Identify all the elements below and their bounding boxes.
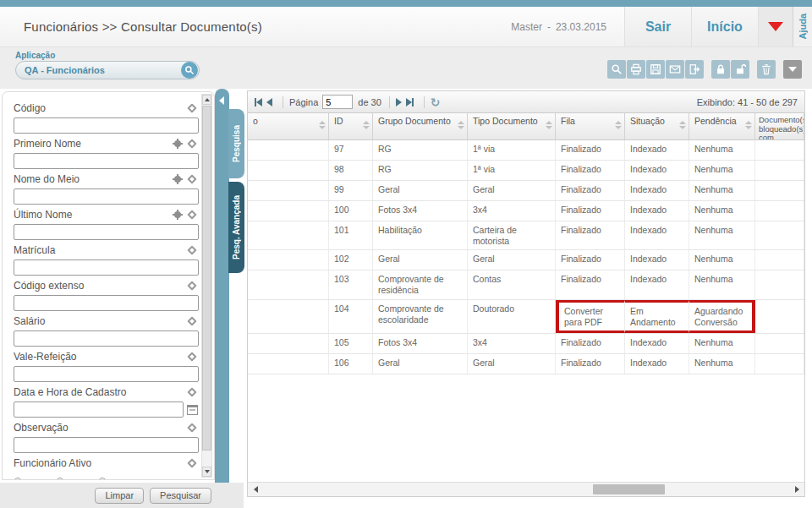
toolbar-mail-button[interactable] (666, 60, 684, 79)
eraser-icon[interactable] (187, 387, 196, 396)
eraser-icon[interactable] (187, 210, 196, 219)
column-header[interactable]: Tipo Documento (468, 113, 556, 139)
radio-icon[interactable] (56, 478, 64, 479)
tab-pesquisa[interactable]: Pesquisa (228, 109, 244, 178)
gear-icon[interactable] (173, 210, 183, 220)
field-input[interactable] (14, 330, 199, 347)
table-cell (755, 161, 804, 180)
column-header[interactable]: Pendência (689, 113, 755, 139)
scroll-down-button[interactable] (202, 467, 211, 477)
field-input[interactable] (14, 259, 199, 276)
refresh-icon[interactable]: ↻ (431, 96, 441, 109)
user-date: Master-23.03.2015 (508, 21, 609, 33)
toolbar-search-button[interactable] (607, 60, 626, 79)
toolbar-more-button[interactable] (783, 60, 802, 79)
table-row[interactable]: 105Fotos 3x43x4FinalizadoIndexadoNenhuma (248, 334, 804, 354)
table-row[interactable]: 98RG1ª viaFinalizadoIndexadoNenhuma (248, 161, 804, 181)
table-row[interactable]: 106GeralGeralFinalizadoIndexadoNenhuma (248, 354, 804, 374)
application-bar: Aplicação QA - Funcionários (0, 47, 812, 89)
radio-icon[interactable] (14, 478, 22, 479)
column-header[interactable]: Grupo Documento (373, 113, 468, 139)
main-area: CódigoPrimeiro NomeNome do MeioÚltimo No… (0, 89, 812, 508)
scroll-left-button[interactable] (250, 483, 261, 495)
eraser-icon[interactable] (187, 245, 196, 254)
toolbar-unlock-button[interactable] (731, 60, 749, 79)
hscrollbar-thumb[interactable] (593, 484, 665, 494)
column-header[interactable]: Documento(s) bloqueado(s) com (755, 113, 804, 139)
eraser-icon[interactable] (187, 316, 196, 325)
tab-avancada-label: Pesq. Avançada (232, 195, 241, 259)
table-row[interactable]: 104Comprovante de escolaridadeDoutoradoC… (248, 300, 804, 334)
page-title: Funcionários >> Consultar Documento(s) (0, 19, 262, 34)
table-cell: 99 (329, 181, 373, 200)
table-cell (755, 201, 804, 221)
table-cell: Indexado (625, 221, 689, 249)
eraser-icon[interactable] (187, 139, 196, 148)
clear-button[interactable]: Limpar (95, 488, 144, 504)
field-input[interactable] (14, 366, 199, 382)
eraser-icon[interactable] (187, 281, 196, 290)
horizontal-scrollbar[interactable] (248, 482, 804, 496)
page-count-label: de 30 (358, 97, 381, 107)
prev-page-button[interactable] (266, 98, 272, 107)
field-input[interactable] (14, 117, 199, 134)
last-page-button[interactable] (406, 98, 414, 107)
column-header[interactable]: o (248, 113, 329, 139)
page-number-input[interactable] (322, 95, 353, 109)
search-button[interactable]: Pesquisar (150, 488, 211, 504)
field-input[interactable] (14, 401, 184, 418)
radio-icon[interactable] (98, 478, 107, 479)
table-row[interactable]: 99GeralGeralFinalizadoIndexadoNenhuma (248, 181, 804, 201)
column-label: o (253, 116, 258, 126)
home-button[interactable]: Início (691, 7, 758, 46)
help-tab[interactable]: Ajuda (793, 7, 812, 46)
column-label: Documento(s) bloqueado(s) com (759, 115, 804, 139)
scroll-right-button[interactable] (791, 483, 803, 495)
table-row[interactable]: 97RG1ª viaFinalizadoIndexadoNenhuma (248, 140, 804, 161)
table-cell (755, 354, 804, 374)
application-search-button[interactable] (181, 62, 198, 79)
next-page-button[interactable] (396, 98, 402, 107)
triangle-up-icon (205, 98, 210, 101)
field-input[interactable] (14, 188, 199, 205)
gear-icon[interactable] (173, 174, 183, 184)
logout-button[interactable]: Sair (624, 7, 691, 46)
first-page-button[interactable] (255, 98, 262, 107)
toolbar-export-button[interactable] (685, 60, 704, 79)
collapse-panel-icon[interactable] (219, 96, 224, 105)
eraser-icon[interactable] (187, 103, 196, 112)
field-input[interactable] (14, 437, 199, 453)
table-cell: Em Andamento (625, 300, 689, 333)
table-cell: Indexado (625, 181, 689, 200)
eraser-icon[interactable] (187, 423, 196, 432)
tab-pesquisa-avancada[interactable]: Pesq. Avançada (228, 182, 244, 273)
field-input[interactable] (14, 153, 199, 169)
field-input[interactable] (14, 295, 199, 311)
eraser-icon[interactable] (187, 174, 196, 183)
sidebar-fields: CódigoPrimeiro NomeNome do MeioÚltimo No… (3, 92, 199, 479)
table-row[interactable]: 102GeralGeralFinalizadoIndexadoNenhuma (248, 250, 804, 270)
eraser-icon[interactable] (187, 352, 196, 361)
toolbar-save-button[interactable] (646, 60, 665, 79)
tab-pesquisa-label: Pesquisa (232, 125, 241, 162)
table-row[interactable]: 100Fotos 3x43x4FinalizadoIndexadoNenhuma (248, 201, 804, 221)
column-header[interactable]: Fila (556, 113, 625, 139)
toolbar-delete-button[interactable] (757, 60, 776, 79)
scroll-up-button[interactable] (202, 95, 211, 105)
table-cell: Finalizado (556, 334, 625, 353)
column-header[interactable]: ID (329, 113, 373, 139)
sidebar-scrollbar[interactable] (201, 94, 212, 478)
column-header[interactable]: Situação (625, 113, 689, 139)
scrollbar-thumb[interactable] (202, 106, 211, 451)
calendar-icon[interactable] (187, 405, 198, 415)
menu-dropdown-button[interactable] (758, 7, 793, 46)
application-selector[interactable]: QA - Funcionários (15, 61, 200, 79)
gear-icon[interactable] (173, 139, 183, 149)
table-row[interactable]: 101HabilitaçãoCarteira de motoristaFinal… (248, 221, 804, 250)
toolbar-print-button[interactable] (627, 60, 645, 79)
field-label: Primeiro Nome (14, 138, 173, 150)
field-input[interactable] (14, 224, 199, 240)
table-row[interactable]: 103Comprovante de residênciaContasFinali… (248, 270, 804, 299)
toolbar-lock-button[interactable] (711, 60, 730, 79)
eraser-icon[interactable] (187, 458, 196, 467)
